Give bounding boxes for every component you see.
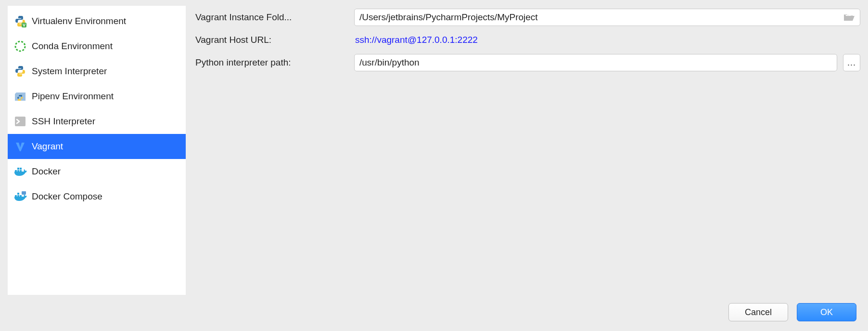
svg-rect-13 (22, 191, 26, 195)
ok-button[interactable]: OK (797, 303, 856, 321)
svg-rect-12 (17, 193, 19, 195)
sidebar-item-label: Docker (32, 166, 61, 177)
interpreter-type-list: V Virtualenv Environment Conda Environme… (8, 6, 186, 295)
interpreter-path-field[interactable] (354, 54, 837, 71)
interpreter-path-label: Python interpreter path: (195, 57, 354, 68)
sidebar-item-label: Virtualenv Environment (32, 16, 126, 26)
sidebar-item-label: System Interpreter (32, 66, 107, 77)
host-url-label: Vagrant Host URL: (195, 35, 354, 45)
svg-text:V: V (23, 23, 26, 27)
instance-folder-row: Vagrant Instance Fold... (195, 9, 860, 26)
docker-compose-icon (13, 190, 27, 203)
pipenv-icon (13, 90, 27, 103)
sidebar-item-conda[interactable]: Conda Environment (8, 34, 186, 59)
svg-rect-8 (20, 168, 22, 170)
sidebar-item-label: Docker Compose (32, 191, 102, 202)
instance-folder-label: Vagrant Instance Fold... (195, 12, 354, 23)
sidebar-item-ssh[interactable]: SSH Interpreter (8, 109, 186, 134)
interpreter-path-row: Python interpreter path: ... (195, 54, 860, 71)
dialog-footer: Cancel OK (728, 303, 856, 321)
sidebar-item-virtualenv[interactable]: V Virtualenv Environment (8, 9, 186, 34)
sidebar-item-label: Pipenv Environment (32, 91, 114, 102)
sidebar-item-label: Vagrant (32, 141, 63, 152)
sidebar-item-label: SSH Interpreter (32, 116, 95, 127)
browse-button[interactable]: ... (843, 54, 860, 71)
host-url-row: Vagrant Host URL: ssh://vagrant@127.0.0.… (195, 35, 860, 45)
interpreter-path-input[interactable] (359, 57, 832, 68)
sidebar-item-docker[interactable]: Docker (8, 159, 186, 184)
instance-folder-field[interactable] (354, 9, 860, 26)
conda-icon (13, 40, 27, 53)
sidebar-item-system[interactable]: System Interpreter (8, 59, 186, 84)
settings-panel: Vagrant Instance Fold... Vagrant Host UR… (195, 6, 860, 295)
svg-point-2 (15, 41, 25, 51)
sidebar-item-docker-compose[interactable]: Docker Compose (8, 184, 186, 209)
sidebar-item-vagrant[interactable]: Vagrant (8, 134, 186, 159)
cancel-button[interactable]: Cancel (728, 303, 788, 321)
folder-open-icon[interactable] (843, 12, 855, 23)
vagrant-icon (13, 140, 27, 153)
instance-folder-input[interactable] (359, 12, 840, 23)
terminal-icon (13, 115, 27, 128)
svg-rect-7 (17, 168, 19, 170)
sidebar-item-pipenv[interactable]: Pipenv Environment (8, 84, 186, 109)
svg-rect-3 (15, 117, 26, 126)
python-venv-icon: V (13, 14, 27, 28)
host-url-value: ssh://vagrant@127.0.0.1:2222 (354, 35, 478, 45)
python-icon (13, 65, 27, 78)
sidebar-item-label: Conda Environment (32, 41, 113, 52)
docker-icon (13, 165, 27, 178)
